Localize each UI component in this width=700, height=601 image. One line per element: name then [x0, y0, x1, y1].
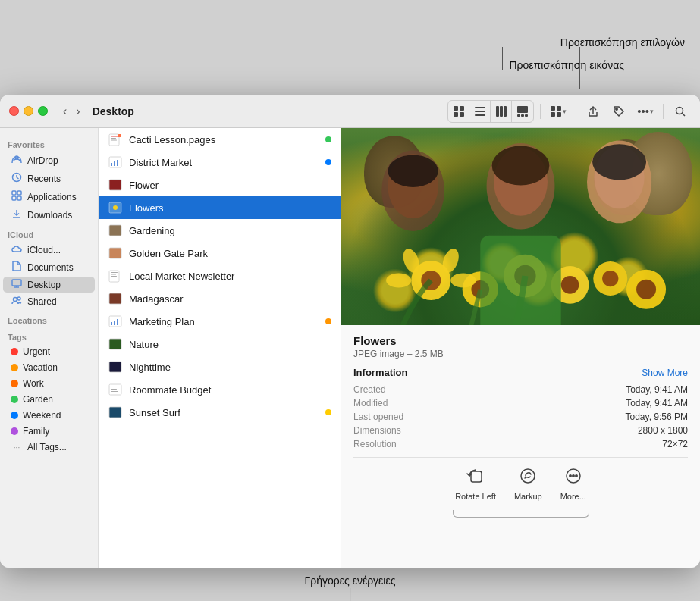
flowers-file-name: Flowers [129, 202, 331, 214]
markup-button[interactable]: Markup [514, 467, 542, 501]
roommate-file-icon [108, 382, 123, 397]
show-more-link[interactable]: Show More [642, 368, 688, 378]
family-tag-dot [11, 427, 18, 435]
file-item-gardening[interactable]: Gardening [99, 219, 341, 242]
sidebar-item-applications[interactable]: Applications [3, 188, 95, 205]
downloads-icon [11, 208, 23, 221]
applications-icon [11, 190, 23, 203]
traffic-lights [9, 106, 48, 116]
svg-rect-56 [109, 339, 121, 349]
sidebar-item-work[interactable]: Work [3, 376, 95, 391]
svg-rect-25 [12, 196, 16, 200]
sidebar-item-icloud[interactable]: iCloud... [3, 242, 95, 258]
svg-rect-60 [111, 389, 117, 390]
preview-filetype: JPEG image – 2.5 MB [353, 349, 688, 359]
more-actions-label: More... [560, 492, 586, 501]
file-item-roommate[interactable]: Roommate Budget [99, 378, 341, 401]
sidebar-item-airdrop[interactable]: AirDrop [3, 152, 95, 169]
close-button[interactable] [9, 106, 19, 116]
svg-rect-7 [496, 106, 499, 117]
file-item-flower[interactable]: Flower [99, 174, 341, 196]
sidebar-item-urgent-label: Urgent [23, 346, 50, 357]
file-item-nighttime[interactable]: Nighttime [99, 355, 341, 378]
file-item-nature[interactable]: Nature [99, 333, 341, 355]
flowers-file-icon [108, 200, 123, 215]
svg-rect-49 [111, 274, 116, 275]
cacti-status-dot [325, 136, 331, 142]
file-item-marketing[interactable]: Marketing Plan [99, 310, 341, 333]
sidebar-item-documents[interactable]: Documents [3, 258, 95, 276]
main-content: Favorites AirDrop Recents [0, 128, 700, 568]
rotate-left-button[interactable]: Rotate Left [455, 467, 496, 501]
sidebar-item-recents[interactable]: Recents [3, 170, 95, 187]
fullscreen-button[interactable] [38, 106, 48, 116]
svg-rect-8 [500, 106, 503, 117]
info-value-dimensions: 2800 x 1800 [429, 424, 688, 437]
view-options-button[interactable]: ▾ [547, 103, 570, 120]
sidebar-item-garden[interactable]: Garden [3, 392, 95, 407]
svg-rect-54 [114, 321, 115, 325]
sidebar-section-favorites: Favorites [0, 134, 98, 151]
view-columns-button[interactable] [491, 101, 512, 122]
svg-rect-36 [111, 140, 117, 141]
sidebar-item-family-label: Family [23, 426, 49, 437]
sidebar-item-weekend[interactable]: Weekend [3, 408, 95, 423]
localmarket-file-icon [108, 268, 123, 283]
file-item-madagascar[interactable]: Madagascar [99, 287, 341, 310]
file-item-localmarket[interactable]: Local Market Newsletter [99, 265, 341, 287]
sidebar-item-desktop[interactable]: Desktop [3, 277, 95, 293]
more-options-button[interactable]: ••• ▾ [634, 102, 657, 120]
share-button[interactable] [582, 101, 604, 122]
svg-rect-39 [111, 163, 112, 166]
tag-button[interactable] [608, 101, 629, 122]
info-value-modified: Today, 9:41 AM [429, 396, 688, 410]
svg-rect-90 [471, 471, 482, 482]
sunsetsurf-file-name: Sunset Surf [129, 407, 319, 418]
svg-point-18 [616, 108, 617, 109]
view-gallery-button[interactable] [512, 101, 533, 122]
svg-rect-40 [114, 161, 115, 166]
rotate-left-icon [466, 467, 485, 489]
file-item-district[interactable]: District Market [99, 151, 341, 174]
svg-point-94 [573, 475, 574, 477]
flower-file-icon [108, 177, 123, 193]
info-row-last-opened: Last opened Today, 9:56 PM [353, 410, 688, 424]
svg-point-31 [14, 298, 17, 302]
svg-rect-45 [109, 225, 121, 236]
sidebar-item-vacation[interactable]: Vacation [3, 360, 95, 375]
view-list-button[interactable] [469, 101, 491, 122]
sidebar-item-garden-label: Garden [23, 394, 53, 405]
search-button[interactable] [670, 101, 691, 122]
shared-icon [11, 296, 23, 307]
sidebar-item-shared[interactable]: Shared [3, 293, 95, 309]
documents-icon [11, 261, 23, 274]
forward-button[interactable]: › [73, 103, 83, 120]
svg-rect-24 [17, 191, 21, 195]
sidebar-item-work-label: Work [23, 378, 44, 389]
roommate-file-name: Roommate Budget [129, 384, 331, 396]
file-item-goldengate[interactable]: Golden Gate Park [99, 242, 341, 265]
sidebar-item-urgent[interactable]: Urgent [3, 344, 95, 359]
sidebar-item-family[interactable]: Family [3, 424, 95, 439]
preview-panel: Flowers JPEG image – 2.5 MB Information … [341, 128, 700, 568]
file-item-sunsetsurf[interactable]: Sunset Surf [99, 401, 341, 424]
file-item-cacti[interactable]: Cacti Lesson.pages [99, 128, 341, 151]
svg-rect-10 [517, 106, 528, 113]
icloud-icon [11, 244, 23, 255]
view-grid-button[interactable] [448, 101, 469, 122]
more-actions-button[interactable]: More... [560, 467, 586, 501]
info-row-resolution: Resolution 72×72 [353, 437, 688, 451]
nighttime-file-icon [108, 359, 123, 374]
nighttime-file-name: Nighttime [129, 362, 331, 373]
svg-rect-13 [525, 114, 528, 117]
back-button[interactable]: ‹ [60, 103, 70, 120]
minimize-button[interactable] [24, 106, 33, 116]
sidebar-item-downloads[interactable]: Downloads [3, 206, 95, 224]
svg-point-71 [492, 146, 550, 186]
svg-rect-16 [551, 112, 555, 117]
more-actions-icon [564, 467, 582, 489]
sidebar-item-all-tags[interactable]: ··· All Tags... [3, 440, 95, 455]
sidebar-item-icloud-label: iCloud... [27, 245, 61, 255]
file-item-flowers[interactable]: Flowers [99, 196, 341, 219]
flowers-photo [341, 128, 700, 325]
